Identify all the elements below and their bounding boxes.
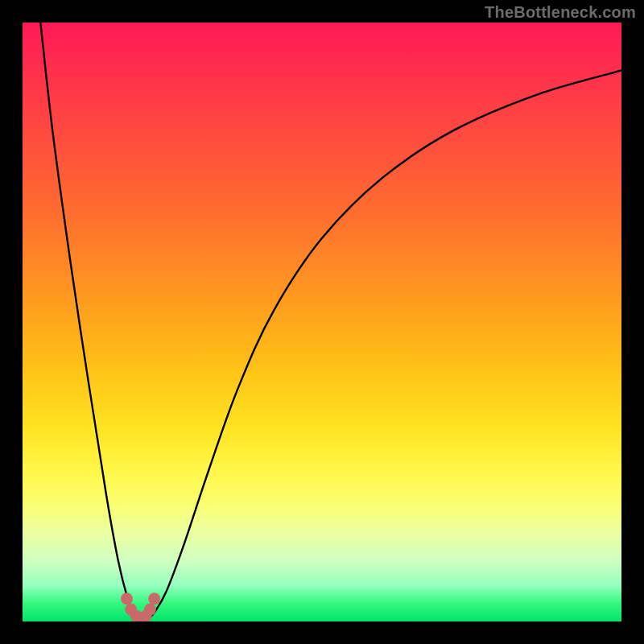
curve-left-branch bbox=[40, 23, 138, 618]
valley-marker bbox=[144, 604, 156, 616]
plot-frame bbox=[23, 23, 621, 621]
curve-right-branch bbox=[148, 71, 621, 619]
valley-marker bbox=[148, 592, 160, 605]
valley-marker bbox=[121, 592, 133, 605]
attribution-text: TheBottleneck.com bbox=[485, 3, 636, 22]
curve-layer bbox=[23, 23, 621, 621]
